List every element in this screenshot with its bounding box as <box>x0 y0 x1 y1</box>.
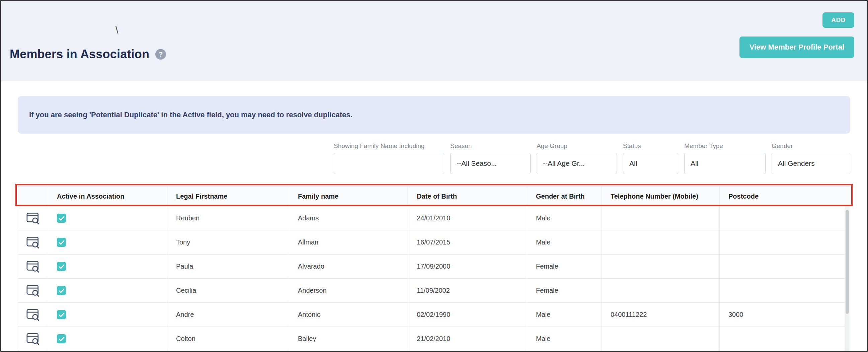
view-record-icon[interactable] <box>26 236 40 249</box>
cell-gender-at-birth: Male <box>527 303 602 327</box>
table-row: Cecilia Anderson 11/09/2002 Female <box>18 278 850 302</box>
header-cell-icon <box>18 186 48 206</box>
header-cell-postcode: Postcode <box>720 186 850 206</box>
cell-telephone: 0400111222 <box>602 303 720 327</box>
family-name-input[interactable] <box>334 153 444 174</box>
table-row: Colton Bailey 21/02/2010 Male <box>18 327 850 351</box>
cell-legal-firstname: Cecilia <box>167 278 289 302</box>
active-checkbox[interactable] <box>57 262 66 271</box>
cell-postcode <box>720 230 850 254</box>
cell-gender-at-birth: Male <box>527 230 602 254</box>
cell-gender-at-birth: Female <box>527 278 602 302</box>
table-row: Paula Alvarado 17/09/2000 Female <box>18 254 850 278</box>
view-record-icon[interactable] <box>26 260 40 273</box>
view-record-icon[interactable] <box>26 212 40 225</box>
filter-member-type-label: Member Type <box>684 142 766 150</box>
members-table: Active in Association Legal Firstname Fa… <box>18 186 850 351</box>
cell-telephone <box>602 255 720 278</box>
active-checkbox[interactable] <box>57 310 66 319</box>
table-row: Tony Allman 16/07/2015 Male <box>18 230 850 254</box>
cell-legal-firstname: Reuben <box>167 206 289 230</box>
cell-legal-firstname: Colton <box>167 327 289 351</box>
active-checkbox[interactable] <box>57 286 66 295</box>
duplicate-warning-banner: If you are seeing 'Potential Duplicate' … <box>18 96 850 134</box>
cell-family-name: Allman <box>289 230 408 254</box>
cell-legal-firstname: Tony <box>167 230 289 254</box>
cell-date-of-birth: 17/09/2000 <box>408 255 527 278</box>
scrollbar-thumb[interactable] <box>845 210 849 314</box>
cell-legal-firstname: Andre <box>167 303 289 327</box>
filter-season: Season --All Seaso... <box>450 142 531 174</box>
top-header-bar: \ Members in Association ? ADD View Memb… <box>1 1 867 81</box>
filter-age-group: Age Group --All Age Gr... <box>536 142 617 174</box>
cell-family-name: Antonio <box>289 303 408 327</box>
cell-telephone <box>602 206 720 230</box>
cell-telephone <box>602 230 720 254</box>
cell-telephone <box>602 327 720 351</box>
cell-date-of-birth: 24/01/2010 <box>408 206 527 230</box>
header-cell-legal-firstname: Legal Firstname <box>167 186 289 206</box>
filter-status: Status All <box>623 142 678 174</box>
table-vertical-scrollbar[interactable] <box>844 206 850 351</box>
season-select[interactable]: --All Seaso... <box>450 153 531 174</box>
view-member-profile-portal-button[interactable]: View Member Profile Portal <box>740 36 854 58</box>
view-record-icon[interactable] <box>26 332 40 345</box>
cell-gender-at-birth: Male <box>527 206 602 230</box>
cell-postcode <box>720 278 850 302</box>
header-cell-gender-at-birth: Gender at Birth <box>527 186 602 206</box>
cell-date-of-birth: 02/02/1990 <box>408 303 527 327</box>
active-checkbox[interactable] <box>57 214 66 223</box>
cell-postcode: 3000 <box>720 303 850 327</box>
title-row: Members in Association ? <box>10 47 166 61</box>
header-cell-date-of-birth: Date of Birth <box>408 186 527 206</box>
active-checkbox[interactable] <box>57 334 66 343</box>
table-row: Andre Antonio 02/02/1990 Male 0400111222… <box>18 302 850 327</box>
cell-postcode <box>720 206 850 230</box>
members-in-association-page: \ Members in Association ? ADD View Memb… <box>0 0 868 352</box>
filter-status-label: Status <box>623 142 678 150</box>
filter-gender-label: Gender <box>772 142 850 150</box>
filter-member-type: Member Type All <box>684 142 766 174</box>
help-icon[interactable]: ? <box>155 49 166 60</box>
filter-family-name-label: Showing Family Name Including <box>334 142 444 150</box>
cell-gender-at-birth: Female <box>527 255 602 278</box>
header-cell-telephone: Telephone Number (Mobile) <box>602 186 720 206</box>
cell-family-name: Adams <box>289 206 408 230</box>
page-title: Members in Association <box>10 47 149 61</box>
header-cell-family-name: Family name <box>289 186 408 206</box>
age-group-select[interactable]: --All Age Gr... <box>536 153 617 174</box>
cell-postcode <box>720 327 850 351</box>
status-select[interactable]: All <box>623 153 678 174</box>
cell-date-of-birth: 21/02/2010 <box>408 327 527 351</box>
view-record-icon[interactable] <box>26 309 40 321</box>
cell-postcode <box>720 255 850 278</box>
filter-age-group-label: Age Group <box>536 142 617 150</box>
filter-bar: Showing Family Name Including Season --A… <box>18 142 850 174</box>
cell-family-name: Bailey <box>289 327 408 351</box>
active-checkbox[interactable] <box>57 238 66 247</box>
filter-season-label: Season <box>450 142 531 150</box>
view-record-icon[interactable] <box>26 284 40 297</box>
cell-family-name: Alvarado <box>289 255 408 278</box>
gender-select[interactable]: All Genders <box>772 153 850 174</box>
cell-date-of-birth: 16/07/2015 <box>408 230 527 254</box>
add-button[interactable]: ADD <box>823 12 854 28</box>
table-header-row: Active in Association Legal Firstname Fa… <box>18 186 850 206</box>
filter-family-name: Showing Family Name Including <box>334 142 444 174</box>
member-type-select[interactable]: All <box>684 153 766 174</box>
stray-annotation-mark: \ <box>116 25 118 36</box>
cell-telephone <box>602 278 720 302</box>
duplicate-warning-text: If you are seeing 'Potential Duplicate' … <box>29 111 352 119</box>
cell-gender-at-birth: Male <box>527 327 602 351</box>
header-cell-active: Active in Association <box>48 186 167 206</box>
filter-gender: Gender All Genders <box>772 142 850 174</box>
table-row: Reuben Adams 24/01/2010 Male <box>18 206 850 230</box>
cell-family-name: Anderson <box>289 278 408 302</box>
cell-legal-firstname: Paula <box>167 255 289 278</box>
cell-date-of-birth: 11/09/2002 <box>408 278 527 302</box>
